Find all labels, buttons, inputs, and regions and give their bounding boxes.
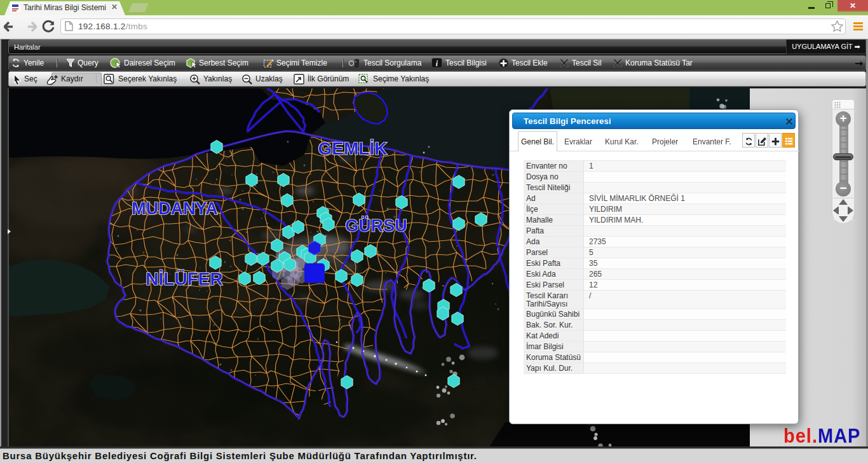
svg-text:GEMLİK: GEMLİK [318, 139, 388, 158]
svg-text:NİLÜFER: NİLÜFER [146, 269, 222, 289]
svg-text:GÜRSU: GÜRSU [345, 216, 407, 235]
svg-text:MUDANYA: MUDANYA [132, 199, 218, 218]
